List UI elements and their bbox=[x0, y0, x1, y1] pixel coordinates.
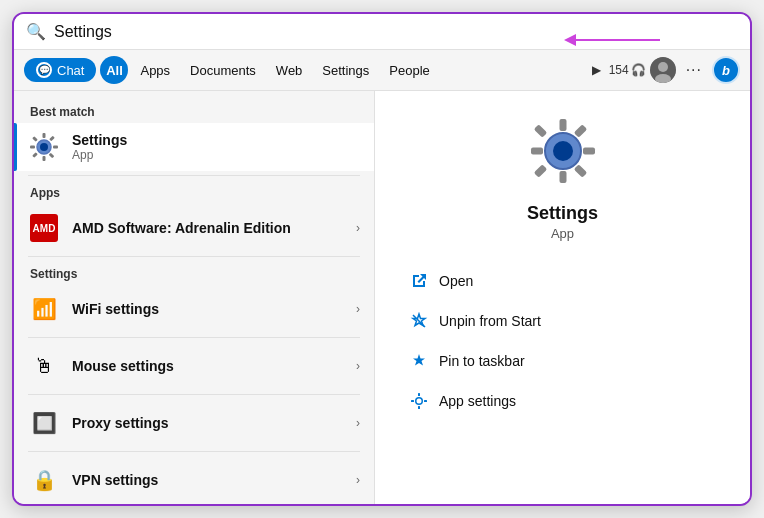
tab-chat[interactable]: 💬 Chat bbox=[24, 58, 96, 82]
play-button[interactable]: ▶ bbox=[588, 61, 605, 79]
svg-rect-10 bbox=[53, 146, 58, 149]
app-type: App bbox=[551, 226, 574, 241]
svg-rect-22 bbox=[573, 164, 586, 177]
amd-icon: AMD bbox=[28, 212, 60, 244]
gear-svg bbox=[28, 131, 60, 163]
svg-rect-11 bbox=[32, 136, 38, 142]
vpn-chevron: › bbox=[356, 473, 360, 487]
unpin-label: Unpin from Start bbox=[439, 313, 541, 329]
svg-rect-7 bbox=[43, 133, 46, 138]
svg-rect-12 bbox=[49, 153, 55, 159]
app-settings-icon bbox=[409, 391, 429, 411]
svg-rect-30 bbox=[411, 400, 414, 402]
wifi-chevron: › bbox=[356, 302, 360, 316]
proxy-item[interactable]: 🔲 Proxy settings › bbox=[14, 399, 374, 447]
settings-large-icon bbox=[527, 115, 599, 187]
tab-settings[interactable]: Settings bbox=[314, 59, 377, 82]
amd-chevron: › bbox=[356, 221, 360, 235]
action-list: Open Unpin from Start Pin to taskbar bbox=[391, 261, 734, 421]
action-unpin[interactable]: Unpin from Start bbox=[401, 301, 724, 341]
action-open[interactable]: Open bbox=[401, 261, 724, 301]
settings-icon bbox=[28, 131, 60, 163]
search-window: 🔍 💬 Chat All Apps Documents Web Settings… bbox=[12, 12, 752, 506]
svg-rect-28 bbox=[418, 393, 420, 396]
wifi-text: WiFi settings bbox=[72, 301, 344, 317]
tab-all[interactable]: All bbox=[100, 56, 128, 84]
mouse-item[interactable]: 🖱 Mouse settings › bbox=[14, 342, 374, 390]
bing-button[interactable]: b bbox=[712, 56, 740, 84]
svg-rect-23 bbox=[533, 164, 546, 177]
svg-rect-31 bbox=[424, 400, 427, 402]
svg-rect-21 bbox=[533, 124, 546, 137]
vpn-item[interactable]: 🔒 VPN settings › bbox=[14, 456, 374, 504]
unpin-icon bbox=[409, 311, 429, 331]
svg-point-27 bbox=[417, 399, 422, 404]
action-app-settings[interactable]: App settings bbox=[401, 381, 724, 421]
svg-rect-9 bbox=[30, 146, 35, 149]
tab-documents[interactable]: Documents bbox=[182, 59, 264, 82]
divider-3 bbox=[28, 337, 360, 338]
svg-rect-14 bbox=[49, 136, 55, 142]
app-settings-label: App settings bbox=[439, 393, 516, 409]
pin-icon bbox=[409, 351, 429, 371]
divider-1 bbox=[28, 175, 360, 176]
divider-5 bbox=[28, 451, 360, 452]
proxy-chevron: › bbox=[356, 416, 360, 430]
apps-section-title: Apps bbox=[14, 180, 374, 204]
app-icon-large bbox=[523, 111, 603, 191]
svg-point-6 bbox=[40, 143, 48, 151]
search-input[interactable] bbox=[54, 23, 738, 41]
svg-point-3 bbox=[658, 62, 668, 72]
mouse-icon: 🖱 bbox=[28, 350, 60, 382]
best-match-title: Best match bbox=[14, 99, 374, 123]
best-match-text: Settings App bbox=[72, 132, 360, 162]
proxy-text: Proxy settings bbox=[72, 415, 344, 431]
open-label: Open bbox=[439, 273, 473, 289]
svg-rect-13 bbox=[32, 152, 38, 158]
open-icon bbox=[409, 271, 429, 291]
tab-people[interactable]: People bbox=[381, 59, 437, 82]
wifi-item[interactable]: 📶 WiFi settings › bbox=[14, 285, 374, 333]
svg-point-16 bbox=[553, 141, 573, 161]
tab-web[interactable]: Web bbox=[268, 59, 311, 82]
amd-item[interactable]: AMD AMD Software: Adrenalin Edition › bbox=[14, 204, 374, 252]
pin-label: Pin to taskbar bbox=[439, 353, 525, 369]
divider-2 bbox=[28, 256, 360, 257]
wifi-icon: 📶 bbox=[28, 293, 60, 325]
svg-rect-18 bbox=[559, 171, 566, 183]
avatar-image bbox=[650, 57, 676, 83]
mouse-text: Mouse settings bbox=[72, 358, 344, 374]
amd-text: AMD Software: Adrenalin Edition bbox=[72, 220, 344, 236]
tab-apps[interactable]: Apps bbox=[132, 59, 178, 82]
svg-rect-20 bbox=[583, 148, 595, 155]
vpn-icon: 🔒 bbox=[28, 464, 60, 496]
svg-rect-17 bbox=[559, 119, 566, 131]
svg-rect-24 bbox=[573, 124, 586, 137]
svg-rect-19 bbox=[531, 148, 543, 155]
svg-rect-29 bbox=[418, 406, 420, 409]
mouse-chevron: › bbox=[356, 359, 360, 373]
headset-icon: 🎧 bbox=[631, 63, 646, 77]
search-icon: 🔍 bbox=[26, 22, 46, 41]
user-avatar[interactable] bbox=[650, 57, 676, 83]
more-options-button[interactable]: ··· bbox=[680, 59, 708, 81]
best-match-item[interactable]: Settings App bbox=[14, 123, 374, 171]
vpn-text: VPN settings bbox=[72, 472, 344, 488]
settings-section-title: Settings bbox=[14, 261, 374, 285]
proxy-icon: 🔲 bbox=[28, 407, 60, 439]
filter-tabs: 💬 Chat All Apps Documents Web Settings P… bbox=[14, 50, 750, 91]
main-content: Best match bbox=[14, 91, 750, 504]
chat-tab-icon: 💬 bbox=[36, 62, 52, 78]
right-panel: Settings App Open Unpin from Start bbox=[374, 91, 750, 504]
svg-rect-8 bbox=[43, 156, 46, 161]
left-panel: Best match bbox=[14, 91, 374, 504]
action-pin[interactable]: Pin to taskbar bbox=[401, 341, 724, 381]
divider-4 bbox=[28, 394, 360, 395]
search-bar: 🔍 bbox=[14, 14, 750, 50]
app-name-large: Settings bbox=[527, 203, 598, 224]
count-badge: 154 🎧 bbox=[609, 63, 646, 77]
